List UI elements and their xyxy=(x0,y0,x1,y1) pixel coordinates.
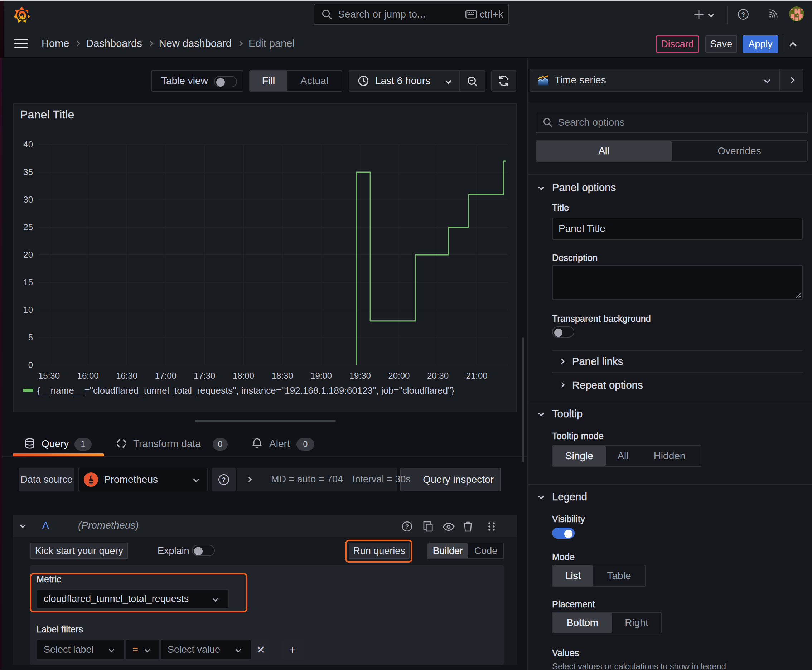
svg-text:20:30: 20:30 xyxy=(427,371,449,381)
svg-text:?: ? xyxy=(222,476,225,484)
svg-text:19:30: 19:30 xyxy=(349,371,371,381)
svg-text:35: 35 xyxy=(23,167,33,177)
svg-text:18:00: 18:00 xyxy=(233,371,254,381)
svg-text:40: 40 xyxy=(23,140,33,149)
svg-text:10: 10 xyxy=(23,305,33,315)
svg-text:21:00: 21:00 xyxy=(466,371,488,381)
svg-text:20:00: 20:00 xyxy=(388,371,410,381)
svg-text:?: ? xyxy=(405,523,409,530)
svg-text:20: 20 xyxy=(23,250,33,259)
svg-text:16:30: 16:30 xyxy=(116,371,137,381)
svg-text:{__name__="cloudflared_tunnel_: {__name__="cloudflared_tunnel_total_requ… xyxy=(37,385,454,396)
svg-text:18:30: 18:30 xyxy=(272,371,293,381)
svg-text:0: 0 xyxy=(28,360,33,370)
svg-text:19:00: 19:00 xyxy=(310,371,332,381)
svg-text:16:00: 16:00 xyxy=(77,371,99,381)
svg-text:15:30: 15:30 xyxy=(38,371,60,381)
svg-text:5: 5 xyxy=(28,333,33,342)
svg-text:15: 15 xyxy=(23,277,33,287)
svg-text:17:00: 17:00 xyxy=(155,371,176,381)
svg-text:25: 25 xyxy=(23,222,33,232)
svg-text:?: ? xyxy=(741,11,746,18)
svg-text:30: 30 xyxy=(23,195,33,205)
svg-text:17:30: 17:30 xyxy=(194,371,215,381)
